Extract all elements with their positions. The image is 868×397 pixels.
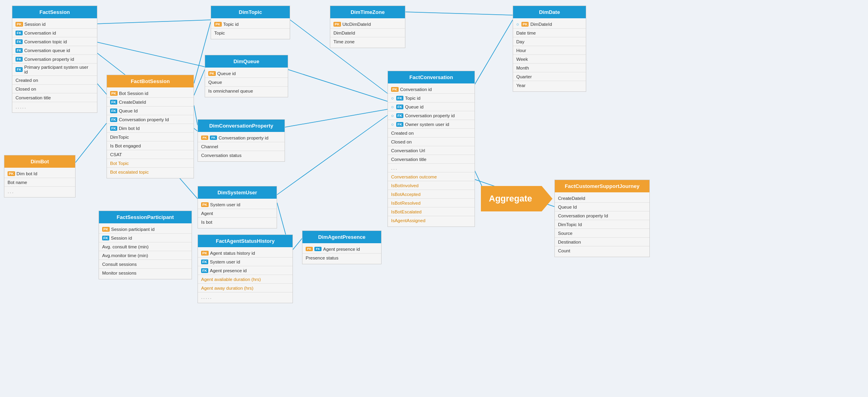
table-row: Bot name: [4, 178, 75, 187]
table-row: Conversation Url: [388, 146, 475, 155]
dim-bot-header: DimBot: [4, 155, 75, 168]
row-label: Day: [516, 39, 524, 44]
dim-conversation-property-entity: DimConversationProperty PK FK Conversati…: [198, 119, 285, 162]
svg-line-10: [285, 109, 388, 127]
table-row: Bot escalated topic: [107, 168, 194, 176]
dim-topic-body: PK Topic id Topic: [211, 18, 290, 39]
row-label: Date time: [516, 31, 536, 35]
row-label: Created on: [15, 78, 38, 83]
table-row: Queue: [205, 78, 288, 87]
table-row: IsAgentAssigned: [388, 216, 475, 225]
table-row: .....: [12, 102, 97, 111]
table-row: FK Dim bot Id: [107, 124, 194, 133]
table-row: FK Conversation queue id: [12, 46, 97, 55]
fk-badge: FK: [210, 136, 217, 140]
table-row: CreateDateId: [555, 194, 649, 203]
table-row: Avg.monitor time (min): [99, 251, 192, 260]
table-row: Agent away duration (hrs): [198, 284, 293, 292]
ellipsis: .....: [201, 294, 212, 300]
row-label: Consult sessions: [102, 262, 137, 267]
row-label: IsBotInvolved: [391, 183, 418, 188]
table-row: Monitor sessions: [99, 269, 192, 277]
dim-bot-body: PK Dim bot Id Bot name ...: [4, 168, 75, 197]
row-label: Topic id: [405, 96, 420, 101]
row-label: Is Bot engaged: [110, 143, 141, 148]
row-label: UtcDimDateId: [343, 22, 371, 27]
dim-conversation-property-header: DimConversationProperty: [198, 120, 285, 132]
table-row: ○ PK DimDateId: [513, 20, 586, 29]
dim-date-entity: DimDate ○ PK DimDateId Date time Day Hou…: [513, 6, 586, 92]
fk-badge: FK: [201, 260, 208, 264]
row-label: Topic: [214, 31, 225, 35]
circle-icon: ○: [516, 22, 519, 27]
pk-badge: PK: [208, 71, 216, 76]
row-label: Month: [516, 66, 529, 70]
fact-bot-session-header: FactBotSession: [107, 75, 194, 87]
pk-badge: PK: [391, 87, 399, 92]
row-label: Queue Id: [119, 108, 138, 113]
row-label: Conversation id: [24, 31, 56, 35]
table-row: DimDateId: [330, 29, 405, 37]
row-label: Conversation title: [15, 95, 51, 100]
row-label: Agent status history id: [210, 251, 255, 256]
row-label: Destination: [558, 240, 581, 244]
table-row: Quarter: [513, 72, 586, 81]
row-label: DimTopic: [110, 135, 129, 139]
fk-badge: FK: [15, 31, 23, 35]
table-row: Conversation property Id: [555, 211, 649, 220]
table-row: PK FK Agent presence id: [302, 245, 381, 254]
svg-line-5: [194, 70, 205, 95]
row-label: Dim bot Id: [119, 126, 140, 131]
table-row: FK Session id: [99, 234, 192, 242]
fk-badge: FK: [201, 268, 208, 273]
fk-badge: FK: [396, 122, 403, 127]
fk-badge: FK: [314, 247, 322, 251]
row-label: Source: [558, 231, 572, 236]
diagram-canvas: FactSession PK Session id FK Conversatio…: [0, 0, 868, 397]
table-row: Queue Id: [555, 203, 649, 211]
dim-agent-presence-entity: DimAgentPresence PK FK Agent presence id…: [302, 230, 382, 264]
table-row: Created on: [12, 76, 97, 85]
row-label: Conversation queue id: [24, 48, 70, 53]
row-label: Conversation property Id: [558, 213, 608, 218]
pk-badge: PK: [8, 171, 15, 176]
table-row: Count: [555, 246, 649, 255]
table-row: Is bot: [198, 218, 277, 227]
table-row: PK Queue id: [205, 69, 288, 78]
table-row: Bot Topic: [107, 159, 194, 168]
dim-conversation-property-body: PK FK Conversation property id Channel C…: [198, 132, 285, 161]
table-row: ...: [388, 164, 475, 172]
row-label: CSAT: [110, 152, 122, 157]
row-label: DimTopic Id: [558, 222, 582, 227]
table-row: Presence status: [302, 254, 381, 262]
row-label: Agent presence id: [323, 247, 360, 252]
row-label: Hour: [516, 48, 526, 53]
row-label: Week: [516, 57, 528, 62]
fk-badge: FK: [396, 113, 403, 118]
ellipsis: ...: [391, 165, 398, 171]
table-row: Day: [513, 37, 586, 46]
fk-badge: FK: [15, 39, 23, 44]
table-row: FK Conversation id: [12, 29, 97, 37]
fact-customer-support-journey-header: FactCustomerSupportJourney: [555, 180, 649, 192]
row-label: Conversation id: [400, 87, 432, 92]
table-row: IsBotEscalated: [388, 207, 475, 216]
fk-badge: FK: [396, 96, 403, 101]
row-label: Queue: [208, 80, 222, 85]
row-label: Is bot: [201, 220, 212, 225]
row-label: Agent away duration (hrs): [201, 286, 254, 290]
fact-session-body: PK Session id FK Conversation id FK Conv…: [12, 18, 97, 112]
row-label: Agent presence id: [210, 268, 247, 273]
table-row: Conversation outcome: [388, 172, 475, 181]
table-row: ○ FK Owner system user id: [388, 120, 475, 129]
fk-badge: FK: [396, 105, 403, 109]
circle-icon: ○: [391, 96, 394, 101]
fact-bot-session-body: PK Bot Session id FK CreateDateId FK Que…: [107, 87, 194, 178]
circle-icon: ○: [391, 105, 394, 109]
table-row: FK Conversation property id: [12, 55, 97, 64]
row-label: Monitor sessions: [102, 271, 136, 275]
row-label: Conversation title: [391, 157, 426, 162]
table-row: Month: [513, 64, 586, 72]
row-label: Created on: [391, 131, 414, 136]
circle-icon: ○: [391, 122, 394, 127]
